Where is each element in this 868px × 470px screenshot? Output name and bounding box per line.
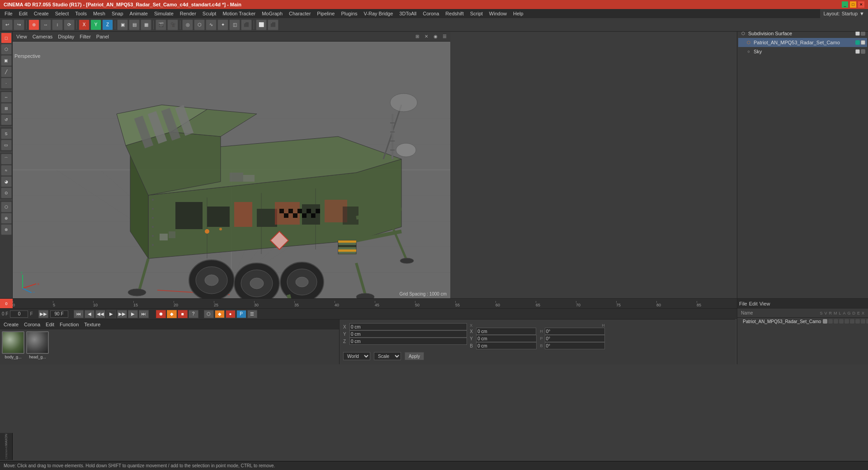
maximize-button[interactable]: □: [850, 1, 856, 8]
viewport-filter-menu[interactable]: Filter: [78, 33, 92, 40]
render-button[interactable]: ▦: [141, 19, 151, 30]
mesh-button[interactable]: ⬡: [194, 19, 205, 30]
viewport[interactable]: View Cameras Display Filter Panel ⊞ ✕ ◉ …: [13, 32, 450, 298]
mat-edit-menu[interactable]: Edit: [44, 321, 56, 328]
prev-frame-button[interactable]: ◀: [85, 310, 94, 318]
layer-manager-button[interactable]: ⬛: [268, 19, 278, 30]
object-row-sky[interactable]: ○ Sky: [738, 47, 867, 56]
menu-select[interactable]: Select: [52, 10, 72, 17]
auto-key-button[interactable]: ◆: [167, 310, 177, 318]
material-manager-button[interactable]: ⬜: [256, 19, 267, 30]
light-button[interactable]: ✦: [217, 19, 228, 30]
b-input[interactable]: [545, 342, 605, 349]
camera-button[interactable]: ◫: [229, 19, 240, 30]
scale-tool-button[interactable]: ↕: [52, 19, 63, 30]
undo-button[interactable]: ↩: [2, 19, 13, 30]
move-tool-button[interactable]: ↔: [40, 19, 51, 30]
frame-input[interactable]: [10, 310, 28, 318]
go-end-button[interactable]: ⏭: [139, 310, 149, 318]
x-axis-button[interactable]: X: [79, 19, 90, 30]
menu-mograph[interactable]: MoGraph: [259, 10, 285, 17]
menu-window[interactable]: Window: [486, 10, 509, 17]
viewport-view-menu[interactable]: View: [14, 33, 29, 40]
material-item-body[interactable]: body_g...: [2, 331, 24, 359]
tool1-button[interactable]: ⬡: [1, 202, 12, 212]
menu-character[interactable]: Character: [286, 10, 313, 17]
camera1-button[interactable]: 🎬: [156, 19, 166, 30]
move-button[interactable]: ↔: [1, 92, 12, 103]
brush1-button[interactable]: ◕: [1, 176, 12, 187]
deformer-button[interactable]: ⬛: [241, 19, 252, 30]
menu-pipeline[interactable]: Pipeline: [314, 10, 337, 17]
next-frame-button[interactable]: ▶: [128, 310, 138, 318]
viewport-cross-icon[interactable]: ✕: [422, 33, 430, 41]
timeline-ruler[interactable]: 051015202530354045505560657075808590: [13, 299, 737, 308]
record-btn2[interactable]: ●: [226, 310, 236, 318]
pkey-btn[interactable]: P: [236, 310, 246, 318]
p-input[interactable]: [545, 335, 605, 342]
pos-y-input[interactable]: [349, 330, 467, 338]
help-button[interactable]: ?: [189, 310, 198, 318]
menu-create[interactable]: Create: [31, 10, 52, 17]
z-axis-button[interactable]: Z: [102, 19, 113, 30]
menu-plugins[interactable]: Plugins: [338, 10, 360, 17]
menu-file[interactable]: File: [2, 10, 15, 17]
menu-3dtoall[interactable]: 3DToAll: [396, 10, 419, 17]
pb-forward-btn[interactable]: ▶▶: [38, 310, 48, 318]
minimize-button[interactable]: _: [842, 1, 848, 8]
close-button[interactable]: ✕: [858, 1, 864, 8]
menu-corona[interactable]: Corona: [420, 10, 442, 17]
tool2-button[interactable]: ⊕: [1, 213, 12, 224]
live-selection-button[interactable]: S: [1, 128, 12, 139]
attr-view-menu[interactable]: View: [760, 301, 770, 306]
menu-simulate[interactable]: Simulate: [151, 10, 176, 17]
h-input[interactable]: [545, 328, 605, 335]
attr-edit-menu[interactable]: Edit: [749, 301, 758, 306]
viewport-menu-icon[interactable]: ☰: [440, 33, 448, 41]
menu-help[interactable]: Help: [510, 10, 526, 17]
layout-selector[interactable]: Layout: Startup ▼: [820, 9, 868, 18]
menu-redshift[interactable]: Redshift: [443, 10, 466, 17]
scale-dropdown[interactable]: Scale: [374, 352, 401, 360]
brush2-button[interactable]: ⊙: [1, 188, 12, 198]
pos-x-input[interactable]: [349, 323, 467, 330]
keyframe-btn[interactable]: ⬡: [204, 310, 214, 318]
pos-z-input[interactable]: [349, 338, 467, 345]
mesh-mode-button[interactable]: ⬡: [1, 44, 12, 55]
apply-button[interactable]: Apply: [405, 352, 424, 360]
sculpt-draw-button[interactable]: ⌒: [1, 154, 12, 164]
menu-snap[interactable]: Snap: [109, 10, 126, 17]
menu-animate[interactable]: Animate: [127, 10, 151, 17]
mat-create-menu[interactable]: Create: [2, 321, 20, 328]
rotate-tool-button[interactable]: ⟳: [64, 19, 75, 30]
rect-select-button[interactable]: ▭: [1, 140, 12, 150]
rot-z-input[interactable]: [476, 342, 536, 349]
object-mode-button[interactable]: ◎: [182, 19, 193, 30]
spline-button[interactable]: ∿: [206, 19, 217, 30]
menu-tools[interactable]: Tools: [72, 10, 90, 17]
menu-render[interactable]: Render: [177, 10, 199, 17]
rotate-button[interactable]: ↺: [1, 114, 12, 125]
menu-btn[interactable]: ☰: [247, 310, 257, 318]
y-axis-button[interactable]: Y: [90, 19, 101, 30]
material-item-head[interactable]: head_g...: [26, 331, 49, 359]
live-select-tool-button[interactable]: ⊕: [28, 19, 39, 30]
render-region-button[interactable]: ▣: [117, 19, 128, 30]
viewport-cameras-menu[interactable]: Cameras: [31, 33, 55, 40]
prev-key-button[interactable]: ◀◀: [95, 310, 105, 318]
viewport-circle-icon[interactable]: ◉: [431, 33, 439, 41]
polygon-mode-button[interactable]: ▣: [1, 55, 12, 66]
rot-y-input[interactable]: [476, 335, 536, 342]
go-start-button[interactable]: ⏮: [74, 310, 84, 318]
menu-mesh[interactable]: Mesh: [90, 10, 108, 17]
edge-mode-button[interactable]: ╱: [1, 66, 12, 77]
menu-edit[interactable]: Edit: [16, 10, 30, 17]
render-active-view-button[interactable]: ▤: [129, 19, 140, 30]
stop-button[interactable]: ■: [178, 310, 188, 318]
menu-v-ray-bridge[interactable]: V-Ray Bridge: [361, 10, 396, 17]
model-mode-button[interactable]: ◻: [1, 33, 12, 43]
record-button[interactable]: ⏺: [156, 310, 166, 318]
scale-button[interactable]: ⊞: [1, 103, 12, 114]
point-mode-button[interactable]: ·: [1, 78, 12, 89]
menu-motion-tracker[interactable]: Motion Tracker: [220, 10, 258, 17]
